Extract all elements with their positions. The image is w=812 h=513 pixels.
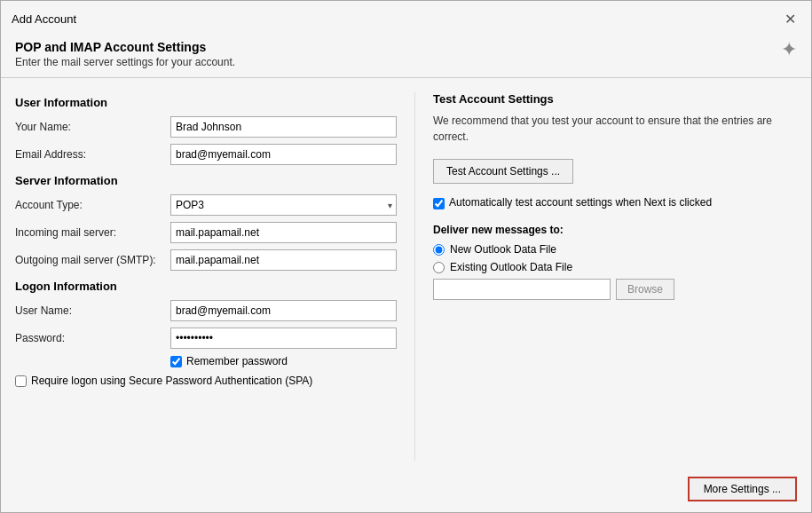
existing-file-input-row: Browse (433, 279, 797, 300)
server-info-title: Server Information (15, 174, 397, 187)
outgoing-server-input[interactable] (170, 249, 397, 271)
new-file-radio-row: New Outlook Data File (433, 243, 797, 256)
user-info-title: User Information (15, 96, 397, 109)
account-type-select[interactable]: POP3 IMAP (170, 194, 397, 216)
logon-info-title: Logon Information (15, 280, 397, 293)
existing-outlook-file-label: Existing Outlook Data File (450, 261, 572, 273)
browse-button[interactable]: Browse (616, 279, 674, 300)
test-account-description: We recommend that you test your account … (433, 113, 797, 145)
spa-row: Require logon using Secure Password Auth… (15, 375, 397, 387)
account-type-wrapper: POP3 IMAP ▾ (170, 194, 397, 216)
existing-file-path-input[interactable] (433, 279, 611, 300)
right-panel: Test Account Settings We recommend that … (414, 92, 797, 461)
existing-file-radio-row: Existing Outlook Data File (433, 261, 797, 273)
dialog-body: User Information Your Name: Email Addres… (1, 78, 811, 470)
your-name-input[interactable] (170, 116, 397, 138)
header-icon: ✦ (781, 38, 797, 61)
remember-password-label: Remember password (186, 355, 288, 367)
username-label: User Name: (15, 304, 170, 317)
dialog-header: POP and IMAP Account Settings Enter the … (1, 33, 811, 78)
email-label: Email Address: (15, 148, 170, 161)
outgoing-server-label: Outgoing mail server (SMTP): (15, 254, 170, 266)
deliver-title: Deliver new messages to: (433, 224, 797, 236)
incoming-server-input[interactable] (170, 222, 397, 243)
add-account-dialog: Add Account ✕ POP and IMAP Account Setti… (0, 0, 812, 513)
incoming-server-row: Incoming mail server: (15, 222, 397, 243)
auto-test-row: Automatically test account settings when… (433, 196, 717, 209)
header-subtitle: Enter the mail server settings for your … (15, 56, 235, 68)
titlebar: Add Account ✕ (1, 1, 811, 33)
email-row: Email Address: (15, 144, 397, 165)
more-settings-button[interactable]: More Settings ... (688, 477, 797, 501)
spa-checkbox[interactable] (15, 375, 27, 387)
existing-outlook-file-radio[interactable] (433, 262, 445, 273)
dialog-footer: More Settings ... (1, 470, 811, 512)
close-button[interactable]: ✕ (779, 8, 800, 29)
auto-test-label: Automatically test account settings when… (449, 196, 712, 209)
username-input[interactable] (170, 300, 397, 321)
test-account-settings-button[interactable]: Test Account Settings ... (433, 159, 573, 184)
outgoing-server-row: Outgoing mail server (SMTP): (15, 249, 397, 271)
your-name-label: Your Name: (15, 121, 170, 133)
password-row: Password: (15, 328, 397, 349)
username-row: User Name: (15, 300, 397, 321)
header-title: POP and IMAP Account Settings (15, 40, 235, 54)
new-outlook-file-radio[interactable] (433, 244, 445, 256)
dialog-header-text: POP and IMAP Account Settings Enter the … (15, 40, 235, 68)
account-type-label: Account Type: (15, 199, 170, 211)
remember-password-row: Remember password (170, 355, 397, 367)
auto-test-checkbox[interactable] (433, 198, 445, 209)
left-panel: User Information Your Name: Email Addres… (15, 92, 397, 461)
account-type-row: Account Type: POP3 IMAP ▾ (15, 194, 397, 216)
remember-password-checkbox[interactable] (170, 356, 182, 367)
password-label: Password: (15, 332, 170, 344)
email-input[interactable] (170, 144, 397, 165)
spa-label: Require logon using Secure Password Auth… (31, 375, 312, 387)
new-outlook-file-label: New Outlook Data File (450, 243, 556, 256)
dialog-title: Add Account (12, 12, 76, 26)
test-account-title: Test Account Settings (433, 92, 797, 106)
incoming-server-label: Incoming mail server: (15, 226, 170, 239)
your-name-row: Your Name: (15, 116, 397, 138)
password-input[interactable] (170, 328, 397, 349)
